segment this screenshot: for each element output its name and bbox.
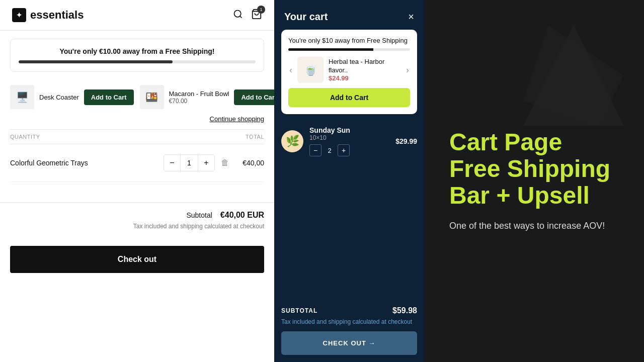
upsell-product-name: Herbal tea - Harbor flavor.. (329, 58, 401, 75)
drawer-tax-note: Tax included and shipping calculated at … (281, 318, 417, 325)
carousel-prev-btn[interactable]: ‹ (288, 64, 293, 76)
header-icons: 1 (233, 9, 262, 22)
table-header-quantity: QUANTITY (10, 134, 40, 140)
cart-icon[interactable]: 1 (251, 9, 262, 22)
drawer-item-info: Sunday Sun 10×10 − 2 + (309, 126, 389, 156)
upsell-add-to-cart-1[interactable]: Add to Cart (234, 89, 274, 105)
svg-line-1 (240, 16, 242, 18)
upsell-product-info: Herbal tea - Harbor flavor.. $24.99 (329, 58, 401, 82)
drawer-subtotal-value: $59.98 (392, 306, 417, 315)
shipping-progress-bar (19, 60, 256, 63)
search-icon[interactable] (233, 9, 243, 22)
upsell-add-to-cart-0[interactable]: Add to Cart (84, 89, 134, 105)
marketing-title-line3: Bar + Upsell (449, 183, 619, 209)
quantity-control: − 1 + (164, 154, 215, 171)
marketing-title: Cart Page Free Shipping Bar + Upsell (449, 129, 619, 209)
cart-section: Continue shopping QUANTITY TOTAL Colorfu… (0, 114, 274, 182)
marketing-title-line2: Free Shipping (449, 156, 619, 183)
subtotal-value: €40,00 EUR (220, 211, 264, 220)
cart-drawer-title: Your cart (284, 11, 328, 23)
store-logo-text: essentials (30, 9, 84, 22)
drawer-progress-bar (288, 48, 410, 51)
subtotal-row: Subtotal €40,00 EUR (10, 211, 264, 220)
continue-shopping: Continue shopping (10, 114, 264, 123)
drawer-item-price: $29.99 (395, 137, 417, 145)
drawer-progress-fill (288, 48, 373, 51)
logo-area: ✦ essentials (12, 8, 84, 22)
shipping-progress-fill (19, 60, 173, 63)
table-header-total: TOTAL (246, 134, 264, 140)
cart-item-name: Colorful Geometric Trays (10, 159, 164, 167)
upsell-item-0-name: Desk Coaster (39, 94, 79, 101)
carousel-next-btn[interactable]: › (405, 64, 410, 76)
upsell-item-1-img: 🍱 (140, 85, 164, 109)
marketing-title-bar: Bar + (449, 182, 517, 209)
bg-shape (523, 25, 624, 126)
drawer-subtotal-label: SUBTOTAL (281, 307, 317, 314)
drawer-checkout-btn[interactable]: CHECK OUT → (281, 331, 417, 355)
cart-item-total: €40,00 (229, 159, 264, 167)
upsell-item-0: 🖥️ Desk Coaster Add to Cart (10, 85, 134, 109)
upsell-item-1-price: €70.00 (169, 98, 229, 105)
store-header: ✦ essentials 1 (0, 0, 274, 31)
marketing-subtitle: One of the best ways to increase AOV! (449, 219, 619, 233)
drawer-item-name: Sunday Sun (309, 126, 389, 134)
upsell-product-img: 🍵 (297, 57, 324, 83)
shipping-banner-text: You're only €10.00 away from a Free Ship… (19, 47, 256, 55)
upsell-carousel: ‹ 🍵 Herbal tea - Harbor flavor.. $24.99 … (288, 57, 410, 83)
subtotal-section: Subtotal €40,00 EUR Tax included and shi… (0, 202, 274, 238)
upsell-product-card: 🍵 Herbal tea - Harbor flavor.. $24.99 (297, 57, 401, 83)
qty-decrease-btn[interactable]: − (164, 155, 180, 171)
upsell-row: 🖥️ Desk Coaster Add to Cart 🍱 Macaron - … (0, 80, 274, 114)
marketing-title-upsell: Upsell (517, 182, 590, 209)
svg-point-0 (234, 10, 241, 17)
right-panel: Cart Page Free Shipping Bar + Upsell One… (424, 0, 644, 362)
cart-drawer-header: Your cart × (274, 0, 424, 30)
qty-increase-btn[interactable]: + (198, 155, 214, 171)
drawer-item-variant: 10×10 (309, 134, 389, 141)
cart-drawer: Your cart × You're only $10 away from Fr… (274, 0, 424, 362)
drawer-item-qty: − 2 + (309, 144, 389, 156)
checkout-button[interactable]: Check out (10, 246, 264, 273)
subtotal-label: Subtotal (186, 211, 212, 219)
drawer-subtotal: SUBTOTAL $59.98 (281, 306, 417, 315)
drawer-footer: SUBTOTAL $59.98 Tax included and shippin… (274, 299, 424, 362)
drawer-shipping-text: You're only $10 away from Free Shipping (288, 37, 410, 44)
cart-item-row: Colorful Geometric Trays − 1 + 🗑 €40,00 (10, 144, 264, 182)
drawer-qty-increase-btn[interactable]: + (338, 144, 350, 156)
drawer-qty-value: 2 (325, 147, 335, 154)
upsell-item-1-name: Macaron - Fruit Bowl (169, 90, 229, 98)
drawer-qty-decrease-btn[interactable]: − (309, 144, 321, 156)
marketing-title-line1: Cart Page (449, 129, 619, 156)
drawer-add-to-cart-btn[interactable]: Add to Cart (288, 88, 410, 107)
cart-item-delete-btn[interactable]: 🗑 (221, 158, 229, 167)
upsell-item-1: 🍱 Macaron - Fruit Bowl €70.00 Add to Car… (140, 85, 274, 109)
drawer-item: 🌿 Sunday Sun 10×10 − 2 + $29.99 (281, 126, 417, 156)
cart-drawer-close-btn[interactable]: × (408, 11, 414, 23)
drawer-shipping-card: You're only $10 away from Free Shipping … (281, 30, 417, 114)
left-panel: ✦ essentials 1 You're only €10.00 away f… (0, 0, 274, 362)
upsell-item-0-img: 🖥️ (10, 85, 34, 109)
cart-table-header: QUANTITY TOTAL (10, 129, 264, 144)
upsell-product-price: $24.99 (329, 74, 401, 82)
drawer-items: 🌿 Sunday Sun 10×10 − 2 + $29.99 (274, 120, 424, 299)
qty-value: 1 (180, 155, 198, 171)
cart-badge: 1 (257, 6, 265, 14)
continue-shopping-link[interactable]: Continue shopping (210, 115, 264, 123)
shipping-banner: You're only €10.00 away from a Free Ship… (10, 39, 264, 72)
drawer-item-img: 🌿 (281, 130, 303, 152)
store-logo-icon: ✦ (12, 8, 26, 22)
tax-note: Tax included and shipping calculated at … (10, 223, 264, 230)
